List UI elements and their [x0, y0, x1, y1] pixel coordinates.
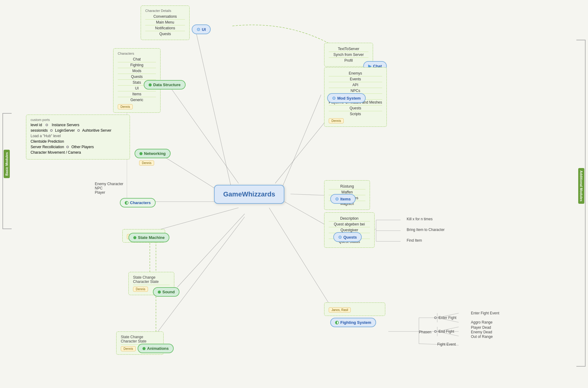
sound-char-state: Character State	[133, 280, 170, 285]
networking-other-players: Other Players	[71, 145, 94, 149]
ui-item-quests: Quests	[145, 31, 185, 37]
chat-module-items: TextToServer Synch from Server Profil	[329, 46, 368, 63]
mod-item-api: API	[329, 82, 382, 88]
networking-label: Networking	[144, 151, 166, 156]
data-structure-dot-icon	[149, 83, 152, 86]
svg-line-6	[171, 89, 239, 183]
quests-arrow-icon: ⊙	[338, 235, 342, 240]
characters-npc: NPC	[95, 186, 123, 190]
characters-half-icon	[125, 201, 128, 205]
svg-line-4	[284, 202, 330, 228]
login-server-circle-icon	[50, 129, 53, 132]
animations-button[interactable]: Animations	[138, 344, 174, 353]
ds-item-fighting: Fighting	[118, 62, 156, 68]
data-structure-items: Chat Fighting Mods Quests Stats UI Items…	[118, 57, 156, 103]
state-machine-button[interactable]: State Machine	[128, 233, 169, 242]
req-bring: Bring Item to Character	[407, 228, 445, 232]
svg-line-9	[150, 208, 239, 232]
mod-system-button[interactable]: ⊙ Mod System	[327, 93, 366, 103]
auth-server-circle-icon	[77, 129, 80, 132]
ds-item-items: Items	[118, 91, 156, 97]
fighting-system-module-box: Janos, Rasil	[324, 302, 385, 316]
state-machine-dot-icon	[133, 236, 136, 239]
ds-item-chat: Chat	[118, 57, 156, 62]
networking-load-hub: Load a "Hub" level	[31, 134, 125, 138]
basic-modules-label: Basic Modules	[4, 150, 10, 178]
additional-modules-label: Additional Modules	[578, 168, 584, 204]
ds-item-quests: Quests	[118, 74, 156, 80]
ui-button[interactable]: ⊙ UI	[192, 24, 211, 34]
fighting-half-icon	[335, 321, 339, 324]
connections-svg	[0, 0, 588, 388]
networking-button[interactable]: Networking	[135, 149, 171, 158]
mod-system-label: Mod System	[337, 96, 361, 101]
characters-player: Player	[95, 190, 123, 195]
ui-item-conversations: Conversations	[145, 14, 185, 20]
ui-module-items: Conversations Main Menu Notifications Qu…	[145, 14, 185, 37]
phasen-label: Phasen	[419, 330, 431, 334]
networking-client-pred: Clientside Prediction	[31, 139, 125, 144]
items-label: Items	[340, 197, 351, 201]
mindmap-container: Basic Modules Additional Modules GameWhi…	[0, 0, 588, 388]
animations-label: Animations	[147, 346, 169, 351]
enter-fight-circle-icon	[434, 317, 437, 319]
mod-item-quests: Quests	[329, 105, 382, 111]
ds-item-generic: Generic	[118, 97, 156, 103]
central-node: GameWhizzards	[214, 185, 284, 204]
mod-arrow-icon: ⊙	[332, 96, 336, 101]
end-fight-label: End Fight	[438, 329, 454, 334]
svg-line-2	[281, 95, 321, 189]
sound-button[interactable]: Sound	[153, 287, 179, 297]
data-structure-button[interactable]: Data Structure	[144, 80, 186, 90]
fighting-system-label: Fighting System	[340, 320, 371, 325]
mod-item-events: Events	[329, 76, 382, 82]
req-find: Find Item	[407, 238, 422, 243]
items-button[interactable]: ⊙ Items	[330, 194, 356, 204]
items-arrow-icon: ⊙	[335, 196, 339, 201]
chat-item-texttoserver: TextToServer	[329, 46, 368, 52]
characters-button[interactable]: Characters	[120, 198, 156, 207]
chat-item-synch: Synch from Server	[329, 52, 368, 58]
other-players-circle-icon	[66, 146, 69, 148]
networking-auth-server: Auhtoritive Server	[82, 128, 111, 133]
networking-levelid-label: level id	[31, 123, 42, 127]
svg-line-5	[269, 208, 330, 306]
sound-state-change: State Change	[133, 275, 170, 280]
sound-tag: Dennis	[133, 287, 148, 292]
ui-module-box: Character Details Conversations Main Men…	[141, 5, 190, 40]
ui-item-mainmenu: Main Menu	[145, 20, 185, 25]
fighting-tag: Janos, Rasil	[329, 307, 351, 313]
data-structure-tag: Dennis	[118, 104, 133, 109]
svg-line-10	[177, 214, 245, 287]
player-dead: Player Dead	[471, 325, 491, 330]
networking-char-move: Character Movement / Camera	[31, 150, 125, 155]
networking-content: custom ports level id Instance Servers s…	[31, 118, 125, 155]
quests-button[interactable]: ⊙ Quests	[333, 232, 362, 242]
fighting-system-button[interactable]: Fighting System	[330, 318, 376, 327]
sound-label: Sound	[162, 290, 175, 294]
data-structure-header: Characters	[118, 52, 156, 55]
quests-item-desc: Description	[329, 216, 370, 221]
mod-item-enemys: Enemys	[329, 71, 382, 76]
networking-login-server: LoginServer	[55, 128, 75, 133]
ui-module-header: Character Details	[145, 9, 185, 13]
state-machine-label: State Machine	[138, 235, 165, 240]
enter-fight-node: Enter Fight	[434, 316, 457, 320]
req-kill: Kill x for n times	[407, 217, 433, 221]
animations-state-change: State Change	[121, 335, 159, 339]
items-item-ruestung: Rüstung	[329, 184, 365, 189]
enter-fight-event: Enter Fight Event	[471, 311, 499, 315]
enter-fight-label: Enter Fight	[438, 316, 457, 320]
networking-module-box: custom ports level id Instance Servers s…	[26, 115, 130, 159]
data-structure-label: Data Structure	[153, 82, 181, 87]
mod-item-scripts: Scripts	[329, 111, 382, 117]
networking-levelid-row: level id Instance Servers	[31, 123, 125, 127]
animations-tag: Dennis	[121, 346, 136, 351]
sound-dot-icon	[158, 291, 161, 294]
end-fight-circle-icon	[434, 330, 437, 333]
aggro-range: Aggro Range	[471, 320, 493, 324]
networking-custom-ports: custom ports	[31, 118, 125, 122]
ds-item-mods: Mods	[118, 68, 156, 74]
chat-item-profil: Profil	[329, 58, 368, 63]
enemy-dead: Enemy Dead	[471, 330, 492, 334]
